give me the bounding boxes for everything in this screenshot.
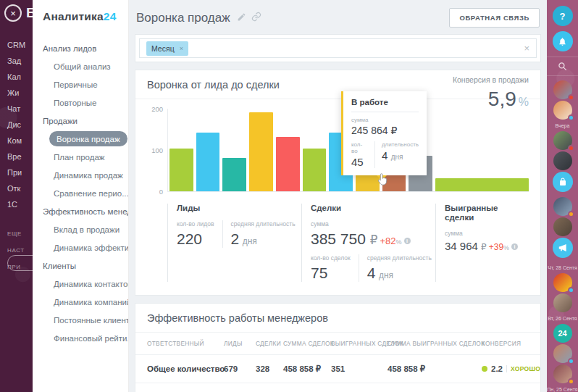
filter-bar: Месяц × ×: [135, 34, 541, 62]
sidebar-item[interactable]: План продаж: [33, 148, 128, 166]
nav-group-label: Анализ лидов: [33, 39, 128, 57]
table-column-header[interactable]: СУММА СДЕЛОК: [283, 340, 331, 347]
funnel-bar[interactable]: [249, 112, 273, 191]
stat-deals-sum-row: 385 750 ₽+82%i: [311, 230, 435, 248]
filter-clear-icon[interactable]: ×: [524, 43, 529, 54]
table-column-header[interactable]: ЛИДЫ: [224, 340, 256, 347]
sidebar-item[interactable]: Повторные: [33, 93, 128, 112]
left-rail-item[interactable]: При: [7, 168, 25, 178]
chat-avatar[interactable]: [553, 293, 572, 312]
funnel-bar[interactable]: [169, 149, 193, 191]
left-rail-item[interactable]: CRM: [7, 41, 25, 50]
sidebar-item[interactable]: Сравнение перио...: [33, 184, 128, 202]
filter-input[interactable]: Месяц × ×: [139, 38, 537, 58]
chat-avatar[interactable]: [553, 273, 572, 292]
table-cell-won_sum: 458 858 ₽: [388, 364, 482, 374]
lock-icon[interactable]: [553, 172, 573, 192]
sidebar-item[interactable]: Общий анализ: [33, 57, 128, 75]
chat-avatar[interactable]: [553, 101, 572, 120]
chat-avatar[interactable]: [553, 151, 572, 170]
sidebar-item[interactable]: Динамика контактов: [33, 275, 128, 293]
chat-avatar[interactable]: [553, 217, 572, 236]
bitrix24-chat-icon[interactable]: 24: [553, 324, 572, 343]
sidebar-item[interactable]: Первичные: [33, 75, 128, 93]
managers-table-body: Общее количество679328458 858 ₽351458 85…: [135, 355, 540, 392]
sidebar-item[interactable]: Финансовый рейти...: [33, 329, 128, 347]
left-rail-item[interactable]: Ком: [7, 136, 25, 146]
chat-date-label: Вчера: [556, 123, 570, 128]
stat-deals-count-value: 75: [311, 264, 351, 282]
stat-deals: Сделки сумма 385 750 ₽+82%i кол-во сдело…: [301, 204, 435, 282]
left-rail-items: CRMЗадКалЖиЧатДисКомВреПриОтк1С: [7, 41, 25, 209]
chat-avatar[interactable]: [553, 80, 572, 99]
link-icon[interactable]: [251, 11, 261, 25]
close-panel-icon[interactable]: ×: [4, 4, 22, 22]
table-column-header[interactable]: ОТВЕТСТВЕННЫЙ: [147, 340, 224, 347]
stat-deals-duration-unit: дня: [379, 270, 393, 280]
tooltip-duration-label: длительность: [382, 141, 419, 148]
notification-badge: [568, 145, 574, 151]
filter-tag-month[interactable]: Месяц ×: [146, 41, 188, 56]
logo-accent: 24: [104, 10, 117, 22]
sidebar-item[interactable]: Постоянные клиенты: [33, 311, 128, 329]
table-column-header[interactable]: СДЕЛКИ: [256, 340, 283, 347]
conversion-label: Конверсия в продажи: [453, 75, 529, 84]
chat-avatar[interactable]: [553, 344, 572, 363]
chart-y-axis: 2001000: [147, 109, 163, 192]
info-icon[interactable]: i: [404, 238, 411, 244]
table-cell-deals_sum: 458 858 ₽: [283, 364, 331, 374]
left-rail-item[interactable]: Кал: [7, 72, 25, 82]
filter-tag-label: Месяц: [151, 44, 175, 53]
funnel-bar[interactable]: [196, 133, 220, 191]
info-icon[interactable]: i: [511, 243, 518, 250]
table-row[interactable]: Мария Зинченко450228228 858 ₽222228 858 …: [135, 383, 540, 392]
table-column-header[interactable]: СУММА ВЫИГРАННЫХ СДЕЛОК: [388, 340, 482, 347]
funnel-bar[interactable]: [435, 178, 529, 191]
left-rail-item[interactable]: Зад: [7, 57, 25, 66]
sidebar-item[interactable]: Вклад в продажи: [33, 220, 128, 238]
edit-icon[interactable]: [237, 11, 246, 25]
stat-won-delta: +39: [489, 242, 503, 252]
managers-card-title: Эффективность работы менеджеров: [135, 304, 540, 332]
funnel-bar[interactable]: [222, 158, 246, 191]
y-tick-label: 100: [151, 146, 163, 154]
left-rail-item[interactable]: 1С: [7, 200, 25, 209]
tag-remove-icon[interactable]: ×: [180, 45, 183, 52]
nav-group-label: Продажи: [33, 112, 128, 130]
invite-button[interactable]: [7, 255, 33, 271]
sidebar-item[interactable]: Динамика продаж: [33, 166, 128, 184]
sidebar-item[interactable]: Динамика эффекти...: [33, 238, 128, 257]
rating-label: ХОРОШО: [511, 365, 540, 372]
left-rail-item[interactable]: Вре: [7, 152, 25, 162]
funnel-bar[interactable]: [303, 149, 327, 191]
bell-icon[interactable]: [553, 31, 573, 51]
left-rail-item[interactable]: Дис: [7, 120, 25, 130]
chat-avatar[interactable]: [553, 364, 572, 383]
table-column-header[interactable]: ВЫИГРАННЫХ СДЕЛОК: [331, 340, 388, 347]
help-icon[interactable]: ?: [553, 6, 573, 26]
left-rail-small-item[interactable]: ЕЩЕ: [7, 230, 25, 237]
stat-deals-duration: средняя длительность 4 дня: [359, 254, 432, 282]
manager-name-cell: Общее количество: [147, 364, 224, 373]
analytics-sidebar: Аналитика24 Анализ лидовОбщий анализПерв…: [33, 0, 129, 392]
tooltip-duration-col: длительность 4 дня: [374, 141, 419, 168]
sidebar-item-selected[interactable]: Воронка продаж: [49, 131, 127, 146]
left-rail-item[interactable]: Жи: [7, 88, 25, 98]
left-rail-item[interactable]: Отк: [7, 184, 25, 193]
left-rail-small-item[interactable]: НАСТ: [7, 247, 25, 254]
feedback-button[interactable]: ОБРАТНАЯ СВЯЗЬ: [449, 8, 540, 28]
chat-avatar[interactable]: [553, 197, 572, 216]
sidebar-item[interactable]: Динамика компаний: [33, 293, 128, 311]
stat-won-sum-row: 34 964 ₽+39%i: [445, 240, 529, 252]
nav-item-wrap: Воронка продаж: [33, 130, 128, 148]
funnel-bar[interactable]: [276, 137, 300, 191]
left-rail-item[interactable]: Чат: [7, 104, 25, 114]
rating-dot: [482, 366, 487, 372]
ruble-sign: ₽: [481, 242, 487, 252]
search-icon[interactable]: [547, 57, 578, 76]
table-column-header[interactable]: КОНВЕРСИЯ: [482, 340, 529, 347]
table-row[interactable]: Общее количество679328458 858 ₽351458 85…: [135, 355, 540, 383]
megaphone-icon[interactable]: [553, 238, 573, 258]
stat-deals-duration-row: 4 дня: [367, 264, 432, 282]
chat-avatar[interactable]: [553, 131, 572, 150]
